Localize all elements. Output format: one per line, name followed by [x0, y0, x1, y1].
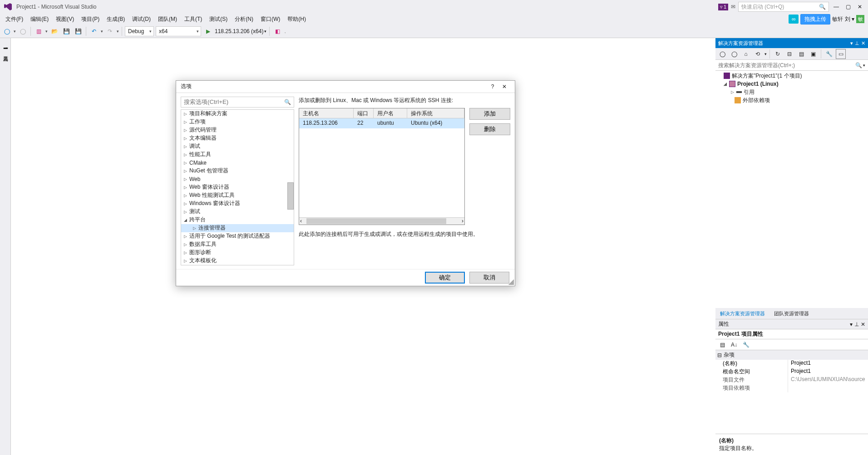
- tree-item-connection-manager[interactable]: ▷连接管理器: [181, 224, 294, 232]
- cancel-button[interactable]: 取消: [469, 272, 509, 284]
- dialog-close-button[interactable]: ✕: [498, 82, 510, 92]
- connection-note: 此处添加的连接稍后可用于生成或调试，或在使用远程生成的项目中使用。: [299, 230, 510, 238]
- tree-item[interactable]: ▷Windows 窗体设计器: [181, 200, 294, 208]
- tree-item[interactable]: ▷数据库工具: [181, 240, 294, 249]
- search-icon: 🔍: [284, 99, 291, 105]
- tree-item[interactable]: ▷文本模板化: [181, 257, 294, 265]
- tree-item[interactable]: ▷Web: [181, 175, 294, 183]
- col-port[interactable]: 端口: [354, 108, 374, 118]
- tree-item[interactable]: ▷NuGet 包管理器: [181, 167, 294, 175]
- dialog-title: 选项: [181, 83, 487, 90]
- col-os[interactable]: 操作系统: [407, 108, 464, 118]
- tree-item[interactable]: ▷文本编辑器: [181, 134, 294, 142]
- tree-item[interactable]: ▷测试: [181, 208, 294, 216]
- delete-connection-button[interactable]: 删除: [469, 123, 510, 135]
- table-row[interactable]: 118.25.13.206 22 ubuntu Ubuntu (x64): [299, 118, 464, 128]
- tree-item[interactable]: ▷工作项: [181, 118, 294, 126]
- dialog-overlay: 选项 ? ✕ 🔍 ▷项目和解决方案 ▷工作项 ▷源代码管理 ▷文本编辑器 ▷调试…: [0, 0, 868, 455]
- tree-item[interactable]: ▷图形诊断: [181, 249, 294, 257]
- table-header: 主机名 端口 用户名 操作系统: [299, 108, 464, 118]
- tree-item-crossplatform[interactable]: ◢跨平台: [181, 216, 294, 224]
- tree-item[interactable]: ▷CMake: [181, 159, 294, 167]
- connection-desc: 添加或删除到 Linux、Mac 或 Windows 等远程系统的 SSH 连接…: [299, 97, 510, 104]
- col-username[interactable]: 用户名: [374, 108, 407, 118]
- tree-item[interactable]: ▷Web 性能测试工具: [181, 191, 294, 200]
- tree-item[interactable]: ▷源代码管理: [181, 126, 294, 134]
- tree-item[interactable]: ▷项目和解决方案: [181, 110, 294, 118]
- tree-item[interactable]: ▷Web 窗体设计器: [181, 183, 294, 191]
- resize-grip-icon[interactable]: [508, 279, 514, 285]
- add-connection-button[interactable]: 添加: [469, 108, 510, 120]
- tree-item[interactable]: ▷适用于 Google Test 的测试适配器: [181, 232, 294, 240]
- options-tree: ▷项目和解决方案 ▷工作项 ▷源代码管理 ▷文本编辑器 ▷调试 ▷性能工具 ▷C…: [181, 109, 294, 265]
- dialog-titlebar: 选项 ? ✕: [176, 81, 515, 93]
- table-hscroll[interactable]: [299, 217, 464, 225]
- ok-button[interactable]: 确定: [425, 272, 465, 284]
- connections-table: 主机名 端口 用户名 操作系统 118.25.13.206 22 ubuntu …: [299, 108, 465, 225]
- col-hostname[interactable]: 主机名: [299, 108, 354, 118]
- options-dialog: 选项 ? ✕ 🔍 ▷项目和解决方案 ▷工作项 ▷源代码管理 ▷文本编辑器 ▷调试…: [176, 80, 515, 286]
- options-search-input[interactable]: 🔍: [181, 97, 294, 108]
- tree-item[interactable]: ▷性能工具: [181, 151, 294, 159]
- tree-item[interactable]: ▷调试: [181, 142, 294, 151]
- tree-scrollbar[interactable]: [287, 182, 294, 210]
- dialog-help-button[interactable]: ?: [487, 82, 498, 92]
